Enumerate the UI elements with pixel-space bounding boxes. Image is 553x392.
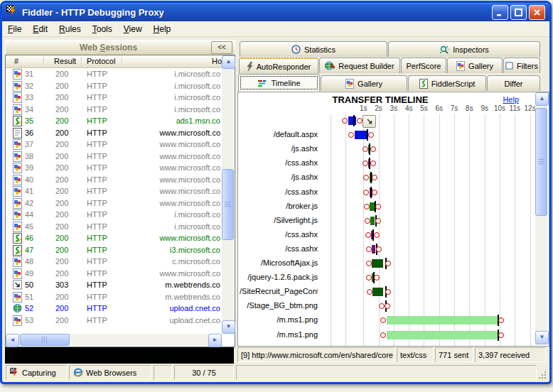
capturing-cell[interactable]: Capturing <box>6 365 67 380</box>
session-horizontal-scrollbar[interactable]: ◄ ► <box>6 334 222 346</box>
tab-perfscore[interactable]: PerfScore <box>401 58 446 73</box>
tab-gallery[interactable]: Gallery <box>447 58 503 73</box>
session-row[interactable]: 32200HTTPi.microsoft.co <box>6 80 222 92</box>
transfer-bar <box>370 217 375 225</box>
menu-edit[interactable]: Edit <box>27 23 53 36</box>
session-row[interactable]: 52200HTTPupload.cnet.co <box>6 303 222 315</box>
status-bar: Capturing Web Browsers 30 / 75 <box>4 364 548 381</box>
filters-checkbox-icon <box>505 62 513 70</box>
minimize-button[interactable] <box>492 5 508 20</box>
session-host: www.microsoft.co <box>159 269 220 278</box>
session-row[interactable]: 35200HTTPads1.msn.co <box>6 115 222 127</box>
scroll-up-button[interactable]: ▲ <box>535 92 549 106</box>
column-header-result[interactable]: Result <box>54 57 76 65</box>
request-marker-circle <box>498 332 504 338</box>
session-result: 200 <box>55 82 68 90</box>
scroll-right-button[interactable]: ► <box>208 334 222 347</box>
session-row[interactable]: 48200HTTPc.microsoft.co <box>6 256 222 268</box>
session-row[interactable]: 34200HTTPi.microsoft.co <box>6 104 222 116</box>
close-button[interactable] <box>529 5 545 20</box>
tab-filters[interactable]: Filters <box>503 58 540 73</box>
session-row[interactable]: 50303HTTPm.webtrends.co <box>6 279 222 291</box>
tab-timeline[interactable]: Timeline <box>238 74 320 92</box>
image-icon <box>13 175 22 187</box>
tab-fiddlerscript[interactable]: FiddlerScript <box>408 75 486 91</box>
capturing-label: Capturing <box>22 369 56 377</box>
session-id: 50 <box>25 281 33 289</box>
image-icon <box>13 92 22 104</box>
session-id: 32 <box>25 82 33 90</box>
collapse-panel-button[interactable]: << <box>211 41 232 54</box>
session-row[interactable]: 53200HTTPupload.cnet.co <box>6 315 222 327</box>
menu-tools[interactable]: Tools <box>87 23 118 36</box>
axis-tick-label: 10s <box>494 104 505 112</box>
quickexec-command-box[interactable] <box>5 347 234 364</box>
session-vertical-scrollbar[interactable]: ▲ ▼ <box>222 55 234 334</box>
scroll-down-button[interactable]: ▼ <box>222 320 235 334</box>
axis-tick-label: 4s <box>405 104 413 112</box>
tab-label: Statistics <box>304 45 335 54</box>
tab-statistics[interactable]: Statistics <box>240 41 387 57</box>
session-row[interactable]: 31200HTTPi.microsoft.co <box>6 68 222 80</box>
scroll-up-button[interactable]: ▲ <box>222 55 235 69</box>
menu-help[interactable]: Help <box>148 23 177 36</box>
scroll-down-button[interactable]: ▼ <box>535 331 549 344</box>
session-host: i.microsoft.co <box>174 210 220 219</box>
session-result: 200 <box>55 269 68 278</box>
session-row[interactable]: 46200HTTPwww.microsoft.co <box>6 232 222 244</box>
scrollbar-thumb[interactable] <box>222 169 234 240</box>
maximize-button[interactable] <box>510 5 527 20</box>
session-row[interactable]: 49200HTTPwww.microsoft.co <box>6 268 222 280</box>
axis-tick-label: 7s <box>451 104 458 112</box>
session-row[interactable]: 39200HTTPwww.microsoft.co <box>6 162 222 174</box>
session-host: i.microsoft.co <box>174 105 220 114</box>
session-row[interactable]: 44200HTTPi.microsoft.co <box>6 209 222 221</box>
title-bar: Fiddler - HTTP Debugging Proxy <box>2 3 549 21</box>
session-row[interactable]: 45200HTTPi.microsoft.co <box>6 221 222 233</box>
menu-rules[interactable]: Rules <box>53 23 87 36</box>
session-row[interactable]: 51200HTTPm.webtrends.co <box>6 291 222 303</box>
timeline-vertical-scrollbar[interactable]: ▲ ▼ <box>535 92 547 344</box>
session-list: # Result Protocol Ho 31200HTTPi.microsof… <box>5 55 235 347</box>
session-host: www.microsoft.co <box>159 152 220 160</box>
tab-label: AutoResponder <box>257 62 311 71</box>
tab-differ[interactable]: Differ <box>487 75 540 91</box>
timeline-row-label: /css.ashx <box>240 244 318 253</box>
session-row[interactable]: 40200HTTPwww.microsoft.co <box>6 174 222 186</box>
session-row[interactable]: 38200HTTPwww.microsoft.co <box>6 151 222 163</box>
timeline-row-label: /broker.js <box>240 202 318 210</box>
scrollbar-thumb[interactable] <box>535 108 547 216</box>
session-row[interactable]: 47200HTTPi3.microsoft.co <box>6 244 222 256</box>
tab-request-builder[interactable]: Request Builder <box>319 58 400 73</box>
session-protocol: HTTP <box>87 199 107 207</box>
help-link[interactable]: Help <box>503 95 519 104</box>
scrollbar-thumb[interactable] <box>20 334 70 346</box>
menu-file[interactable]: File <box>2 23 27 36</box>
session-row[interactable]: 36200HTTPwww.microsoft.co <box>6 127 222 139</box>
session-result: 200 <box>55 293 68 301</box>
column-header-protocol[interactable]: Protocol <box>87 57 115 65</box>
session-row[interactable]: 37200HTTPwww.microsoft.co <box>6 138 222 151</box>
web-browsers-cell[interactable]: Web Browsers <box>69 365 151 380</box>
session-id: 36 <box>25 129 33 137</box>
column-header-num[interactable]: # <box>14 57 18 65</box>
timeline-row-label: /Stage_BG_btm.png <box>240 301 318 310</box>
column-header-host[interactable]: Ho <box>212 57 222 65</box>
scroll-left-button[interactable]: ◄ <box>6 334 19 347</box>
session-protocol: HTTP <box>87 234 107 242</box>
session-id: 47 <box>25 246 33 254</box>
session-host: www.microsoft.co <box>159 163 220 172</box>
request-marker-circle <box>363 190 369 195</box>
image-icon <box>13 209 22 222</box>
menu-view[interactable]: View <box>118 23 148 36</box>
session-row[interactable]: 33200HTTPi.microsoft.co <box>6 92 222 104</box>
tab-autoresponder[interactable]: AutoResponder <box>239 58 318 74</box>
session-row[interactable]: 41200HTTPwww.microsoft.co <box>6 185 222 197</box>
session-row[interactable]: 42200HTTPwww.microsoft.co <box>6 197 222 209</box>
tab-gallery-2[interactable]: Gallery <box>321 75 407 91</box>
tab-inspectors[interactable]: Inspectors <box>388 41 540 57</box>
resize-grip[interactable] <box>537 370 547 379</box>
pointer-button[interactable] <box>363 115 376 128</box>
image-icon <box>13 163 22 175</box>
session-id: 49 <box>25 269 33 278</box>
